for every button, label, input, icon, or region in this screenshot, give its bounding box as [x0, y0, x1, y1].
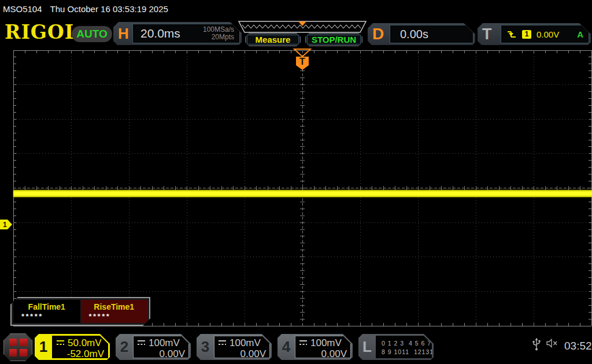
channel-offset: 0.00V	[133, 348, 189, 359]
rigol-logo: RIGOL	[5, 22, 79, 43]
trigger-level-value: 0.00V	[536, 29, 559, 39]
dc-coupling-icon	[218, 340, 227, 346]
channel-number: 2	[116, 334, 133, 360]
channel-box-2[interactable]: 2 100mV 0.00V	[116, 334, 191, 360]
measure-button[interactable]: Measure	[245, 33, 301, 46]
channel-offset: 0.00V	[295, 348, 351, 359]
t-label: T	[482, 23, 492, 45]
trigger-source-badge: 1	[522, 30, 531, 39]
timebase-value: 20.0ms	[140, 27, 180, 40]
logic-label: L	[358, 334, 376, 360]
channel-offset: -52.0mV	[52, 348, 108, 359]
channel-box-4[interactable]: 4 100mV 0.00V	[278, 334, 353, 360]
logic-analyzer-box[interactable]: L 0 1 2 3 4 5 6 7 8 9 1011 12131415	[358, 334, 434, 360]
clock-label: 03:52	[564, 340, 592, 352]
titlebar: MSO5104Thu October 16 03:53:19 2025	[0, 0, 592, 17]
measurement-item-falltime[interactable]: FallTime1 *****	[13, 300, 80, 323]
oscilloscope-screen: MSO5104Thu October 16 03:53:19 2025 RIGO…	[0, 0, 592, 364]
channel-number: 3	[197, 334, 214, 360]
menu-button[interactable]	[3, 333, 32, 361]
channel-box-3[interactable]: 3 100mV 0.00V	[197, 334, 272, 360]
memory-depth: 20Mpts	[203, 34, 234, 41]
logic-digits-row2: 8 9 1011 12131415	[376, 348, 432, 356]
falling-edge-icon	[506, 30, 517, 38]
horizontal-settings-box[interactable]: H 20.0ms 100MSa/s 20Mpts	[113, 22, 242, 45]
channel-scale: 100mV	[149, 337, 180, 349]
channel-offset: 0.00V	[214, 348, 270, 359]
trigger-marker-label: T	[299, 57, 305, 66]
channel-box-1[interactable]: 1 50.0mV -52.0mV	[35, 334, 110, 360]
usb-icon	[532, 337, 541, 351]
dc-coupling-icon	[299, 340, 308, 346]
channel-scale: 100mV	[230, 337, 261, 349]
measurement-item-risetime[interactable]: RiseTime1 *****	[81, 300, 148, 323]
stop-run-button[interactable]: STOP/RUN	[305, 33, 362, 46]
h-label: H	[118, 22, 129, 45]
delay-box[interactable]: D 0.00s	[368, 23, 475, 45]
acquisition-status-badge: AUTO	[72, 26, 112, 42]
trigger-sweep-mode: A	[577, 29, 583, 39]
channel-scale: 50.0mV	[68, 337, 102, 349]
dc-coupling-icon	[56, 340, 65, 346]
measurement-value: *****	[81, 312, 148, 321]
measurement-value: *****	[13, 312, 80, 321]
logic-digits-row1: 0 1 2 3 4 5 6 7	[376, 339, 432, 348]
speaker-muted-icon	[546, 339, 558, 348]
channel-number: 1	[35, 334, 52, 360]
channel1-trace	[13, 190, 592, 197]
datetime-label: Thu October 16 03:53:19 2025	[50, 4, 168, 14]
delay-value: 0.00s	[400, 28, 428, 41]
trigger-box[interactable]: T 1 0.00V A	[478, 23, 591, 45]
measurement-name: RiseTime1	[81, 302, 148, 311]
model-label: MSO5104	[3, 4, 42, 14]
dc-coupling-icon	[137, 340, 146, 346]
measurement-name: FallTime1	[13, 302, 80, 311]
graticule-grid	[0, 47, 592, 329]
channel-scale: 100mV	[310, 337, 342, 349]
trigger-position-marker[interactable]: T	[293, 49, 312, 70]
waveform-preview-strip[interactable]	[238, 21, 367, 33]
channel-number: 4	[278, 334, 295, 360]
measurement-overlay: FallTime1 ***** RiseTime1 *****	[10, 297, 150, 326]
d-label: D	[372, 23, 384, 45]
grid-icon	[9, 339, 27, 356]
